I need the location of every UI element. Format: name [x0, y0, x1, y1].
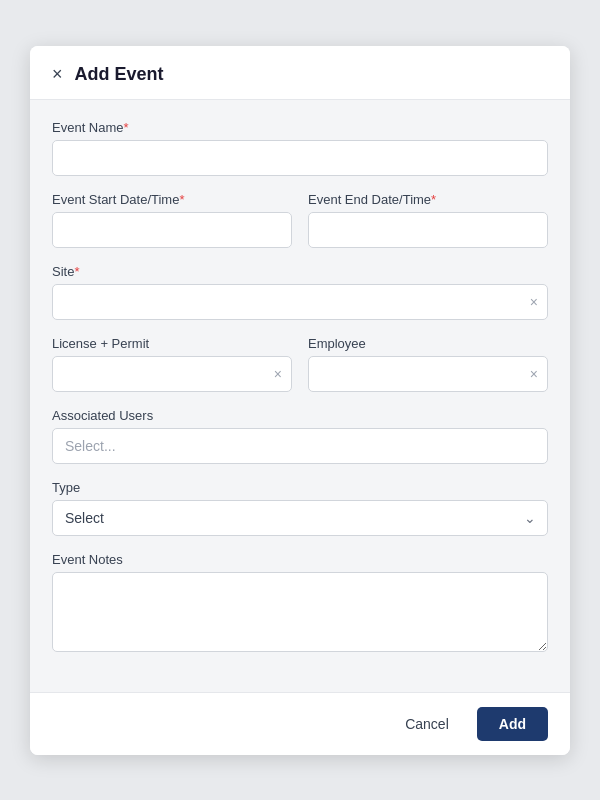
event-end-label: Event End Date/Time* — [308, 192, 548, 207]
event-notes-group: Event Notes — [52, 552, 548, 656]
date-row: Event Start Date/Time* Event End Date/Ti… — [52, 192, 548, 248]
event-name-input[interactable] — [52, 140, 548, 176]
cancel-button[interactable]: Cancel — [387, 707, 467, 741]
employee-group: Employee × — [308, 336, 548, 392]
employee-clear-icon[interactable]: × — [530, 366, 538, 382]
event-start-label: Event Start Date/Time* — [52, 192, 292, 207]
site-input[interactable] — [52, 284, 548, 320]
event-name-label: Event Name* — [52, 120, 548, 135]
type-label: Type — [52, 480, 548, 495]
event-end-group: Event End Date/Time* — [308, 192, 548, 248]
add-event-modal: × Add Event Event Name* Event Start Date… — [30, 46, 570, 755]
modal-header: × Add Event — [30, 46, 570, 100]
close-icon[interactable]: × — [52, 64, 63, 85]
event-notes-label: Event Notes — [52, 552, 548, 567]
license-group: License + Permit × — [52, 336, 292, 392]
license-input-wrapper: × — [52, 356, 292, 392]
event-end-input[interactable] — [308, 212, 548, 248]
modal-footer: Cancel Add — [30, 692, 570, 755]
type-group: Type Select ⌄ — [52, 480, 548, 536]
site-label: Site* — [52, 264, 548, 279]
event-name-group: Event Name* — [52, 120, 548, 176]
type-select[interactable]: Select — [52, 500, 548, 536]
event-notes-textarea[interactable] — [52, 572, 548, 652]
event-start-input[interactable] — [52, 212, 292, 248]
license-input[interactable] — [52, 356, 292, 392]
employee-input-wrapper: × — [308, 356, 548, 392]
license-label: License + Permit — [52, 336, 292, 351]
add-button[interactable]: Add — [477, 707, 548, 741]
site-group: Site* × — [52, 264, 548, 320]
associated-users-group: Associated Users Select... — [52, 408, 548, 464]
modal-body: Event Name* Event Start Date/Time* Event… — [30, 100, 570, 692]
site-clear-icon[interactable]: × — [530, 294, 538, 310]
employee-input[interactable] — [308, 356, 548, 392]
employee-label: Employee — [308, 336, 548, 351]
modal-title: Add Event — [75, 64, 164, 85]
license-clear-icon[interactable]: × — [274, 366, 282, 382]
associated-users-label: Associated Users — [52, 408, 548, 423]
associated-users-input[interactable]: Select... — [52, 428, 548, 464]
license-employee-row: License + Permit × Employee × — [52, 336, 548, 392]
event-start-group: Event Start Date/Time* — [52, 192, 292, 248]
type-select-wrapper: Select ⌄ — [52, 500, 548, 536]
site-input-wrapper: × — [52, 284, 548, 320]
